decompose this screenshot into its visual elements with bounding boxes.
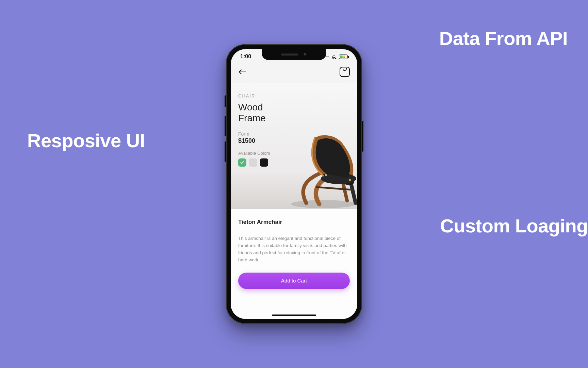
phone-side-button-vol-up: [225, 116, 226, 136]
back-button[interactable]: [238, 67, 247, 76]
phone-side-button-vol-down: [225, 141, 226, 162]
status-time: 1:00: [240, 53, 251, 60]
svg-point-3: [325, 174, 327, 176]
product-detail-section: Tieton Armchair This armchair is an eleg…: [231, 209, 357, 319]
battery-charging-icon: ⚡: [342, 55, 345, 58]
product-detail-title: Tieton Armchair: [238, 219, 350, 226]
product-name: Wood Frame: [238, 102, 293, 124]
svg-point-4: [349, 179, 351, 181]
color-swatch-green[interactable]: [238, 158, 246, 167]
phone-frame: 1:00 ⚡: [226, 44, 362, 324]
shopping-bag-icon: [343, 68, 347, 71]
phone-side-button-mute: [225, 95, 226, 107]
check-icon: [240, 160, 245, 165]
product-name-line2: Frame: [238, 113, 266, 123]
wifi-icon: [331, 54, 337, 59]
battery-icon: ⚡: [339, 55, 348, 59]
phone-screen: 1:00 ⚡: [231, 49, 357, 319]
phone-side-button-power: [362, 121, 363, 152]
phone-speaker: [281, 53, 298, 56]
color-swatch-grey[interactable]: [249, 158, 257, 167]
add-to-cart-button[interactable]: Add to Cart: [238, 273, 350, 289]
phone-front-camera: [304, 53, 307, 56]
product-detail-description: This armchair is an elegant and function…: [238, 235, 347, 264]
shopping-bag-button[interactable]: [340, 67, 350, 77]
color-swatch-black[interactable]: [260, 158, 268, 167]
phone-notch: [262, 49, 326, 60]
annotation-data-from-api: Data From API: [439, 27, 568, 49]
home-indicator[interactable]: [272, 315, 316, 316]
product-name-line1: Wood: [238, 102, 263, 112]
product-category: CHAIR: [238, 93, 350, 98]
product-hero: CHAIR Wood Frame Form $1500 Available Co…: [231, 83, 357, 209]
annotation-responsive-ui: Resposive UI: [27, 129, 145, 152]
product-image: [282, 124, 357, 209]
annotation-custom-loading: Custom Loaging: [440, 215, 588, 237]
